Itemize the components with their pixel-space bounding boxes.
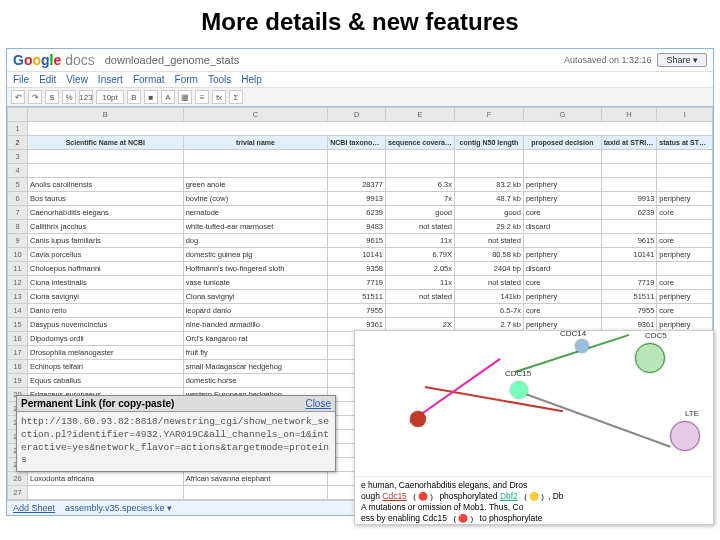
column-letters-row: B CD EF GH I bbox=[8, 108, 713, 122]
table-row[interactable]: 10Cavia porcellusdomestic guinea pig1014… bbox=[8, 248, 713, 262]
sheet-tab-1[interactable]: assembly.v35.species.ke ▾ bbox=[59, 503, 178, 513]
share-button[interactable]: Share ▾ bbox=[657, 53, 707, 67]
node-label-cdc5: CDC5 bbox=[645, 331, 667, 340]
document-title: downloaded_genome_stats bbox=[105, 54, 240, 66]
add-sheet-button[interactable]: Add Sheet bbox=[13, 503, 55, 513]
table-row[interactable]: 11Choloepus hoffmanniHoffmann's two-fing… bbox=[8, 262, 713, 276]
header-row: 2 Scientific Name at NCBItrivial name NC… bbox=[8, 136, 713, 150]
bold-icon[interactable]: B bbox=[127, 90, 141, 104]
google-docs-logo: Google docs bbox=[13, 52, 95, 68]
borders-icon[interactable]: ▦ bbox=[178, 90, 192, 104]
table-row[interactable]: 5Anolis carolinensisgreen anole283776.3x… bbox=[8, 178, 713, 192]
menu-insert[interactable]: Insert bbox=[98, 74, 123, 85]
table-row[interactable]: 7Caenorhabditis elegansnematode6239goodg… bbox=[8, 206, 713, 220]
redo-icon[interactable]: ↷ bbox=[28, 90, 42, 104]
table-row[interactable]: 6Bos taurusbovine (cow)99137x48.7 kbperi… bbox=[8, 192, 713, 206]
menu-edit[interactable]: Edit bbox=[39, 74, 56, 85]
autosave-status: Autosaved on 1:32:16 bbox=[564, 55, 652, 65]
permalink-panel: Permanent Link (for copy-paste) Close ht… bbox=[16, 395, 336, 472]
menu-file[interactable]: File bbox=[13, 74, 29, 85]
fill-color-icon[interactable]: ■ bbox=[144, 90, 158, 104]
permalink-close-button[interactable]: Close bbox=[305, 398, 331, 409]
menu-view[interactable]: View bbox=[66, 74, 88, 85]
table-row[interactable]: 8Callithrix jacchuswhite-tufted-ear marm… bbox=[8, 220, 713, 234]
menu-tools[interactable]: Tools bbox=[208, 74, 231, 85]
network-canvas[interactable]: CDC14 CDC5 CDC15 LTE bbox=[355, 331, 713, 476]
chart-icon[interactable]: Σ bbox=[229, 90, 243, 104]
font-size[interactable]: 10pt bbox=[96, 90, 124, 104]
gdocs-header: Google docs downloaded_genome_stats Auto… bbox=[7, 49, 713, 72]
align-icon[interactable]: ≡ bbox=[195, 90, 209, 104]
table-row[interactable]: 13Ciona savignyiCiona savignyi51511not s… bbox=[8, 290, 713, 304]
format-currency[interactable]: $ bbox=[45, 90, 59, 104]
undo-icon[interactable]: ↶ bbox=[11, 90, 25, 104]
format-number[interactable]: 123 bbox=[79, 90, 93, 104]
format-percent[interactable]: % bbox=[62, 90, 76, 104]
table-row[interactable]: 3 bbox=[8, 150, 713, 164]
table-row[interactable]: 9Canis lupus familiarisdog961511xnot sta… bbox=[8, 234, 713, 248]
toolbar: ↶ ↷ $ % 123 10pt B ■ A ▦ ≡ fx Σ bbox=[7, 88, 713, 107]
text-color-icon[interactable]: A bbox=[161, 90, 175, 104]
node-label-cdc14: CDC14 bbox=[560, 330, 586, 338]
network-panel: CDC14 CDC5 CDC15 LTE e human, Caenorhabd… bbox=[354, 330, 714, 525]
menu-form[interactable]: Form bbox=[175, 74, 198, 85]
insert-icon[interactable]: fx bbox=[212, 90, 226, 104]
permalink-title: Permanent Link (for copy-paste) bbox=[21, 398, 174, 409]
slide-title: More details & new features bbox=[0, 0, 720, 48]
table-row[interactable]: 14Danio rerioleopard danio79556.5-7xcore… bbox=[8, 304, 713, 318]
node-label-cdc15: CDC15 bbox=[505, 369, 531, 378]
table-row[interactable]: 12Ciona intestinalisvase tunicate771911x… bbox=[8, 276, 713, 290]
node-label-lte: LTE bbox=[685, 409, 699, 418]
menu-format[interactable]: Format bbox=[133, 74, 165, 85]
menu-help[interactable]: Help bbox=[241, 74, 262, 85]
table-row[interactable]: 4 bbox=[8, 164, 713, 178]
network-text: e human, Caenorhabditis elegans, and Dro… bbox=[355, 476, 713, 525]
menubar: File Edit View Insert Format Form Tools … bbox=[7, 72, 713, 88]
permalink-url[interactable]: http://130.60.93.82:8818/newstring_cgi/s… bbox=[17, 412, 335, 471]
